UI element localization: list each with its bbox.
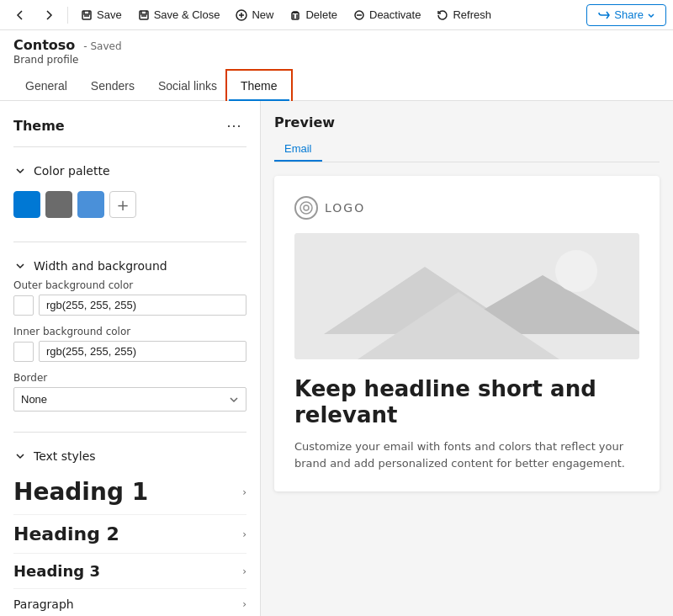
main-content: Theme ⋯ Color palette + Width and backgr…: [0, 101, 673, 616]
svg-point-5: [300, 202, 312, 214]
svg-rect-3: [292, 13, 299, 19]
toolbar: Save Save & Close New Delete Deactivate …: [0, 0, 673, 30]
save-button[interactable]: Save: [73, 5, 129, 25]
color-swatch-light-blue[interactable]: [77, 191, 104, 218]
logo-text: LOGO: [325, 201, 365, 215]
app-name: Contoso: [13, 37, 75, 53]
border-select-wrapper: None Solid Dashed Dotted: [13, 387, 246, 412]
section-divider-2: [13, 242, 246, 242]
tab-senders[interactable]: Senders: [79, 72, 146, 101]
outer-bg-group: Outer background color: [13, 279, 246, 316]
color-palette-section: Color palette +: [0, 146, 260, 238]
color-palette-header[interactable]: Color palette: [13, 157, 246, 184]
save-close-button[interactable]: Save & Close: [130, 5, 227, 25]
more-options-button[interactable]: ⋯: [221, 114, 246, 136]
heading-3-item[interactable]: Heading 3 ›: [13, 554, 246, 589]
color-swatch-gray[interactable]: [45, 191, 72, 218]
color-swatch-blue[interactable]: [13, 191, 40, 218]
paragraph-label: Paragraph: [13, 597, 74, 611]
chevron-right-icon-4: ›: [242, 598, 246, 610]
header: Contoso - Saved Brand profile General Se…: [0, 30, 673, 101]
outer-bg-label: Outer background color: [13, 279, 246, 291]
saved-status: - Saved: [83, 40, 121, 52]
collapse-icon-2: [13, 259, 27, 273]
chevron-right-icon-2: ›: [242, 528, 246, 540]
hero-image: [294, 233, 639, 359]
outer-bg-input[interactable]: [39, 295, 246, 316]
inner-bg-input-row: [13, 341, 246, 362]
email-body-text: Customize your email with fonts and colo…: [294, 438, 639, 471]
inner-bg-color-preview[interactable]: [13, 342, 34, 362]
email-preview: LOGO Keep headline short and relevant Cu…: [274, 176, 660, 491]
hero-svg: [294, 233, 639, 359]
preview-title: Preview: [274, 114, 660, 130]
chevron-right-icon-3: ›: [242, 566, 246, 577]
width-background-section: Width and background Outer background co…: [0, 242, 260, 428]
page-subtitle: Brand profile: [13, 54, 660, 66]
width-background-header[interactable]: Width and background: [13, 252, 246, 279]
heading-1-label: Heading 1: [13, 478, 148, 506]
paragraph-item[interactable]: Paragraph ›: [13, 589, 246, 616]
nav-tabs: General Senders Social links Theme: [13, 72, 660, 100]
logo-icon: [294, 196, 318, 220]
deactivate-button[interactable]: Deactivate: [346, 5, 427, 25]
outer-bg-input-row: [13, 295, 246, 316]
preview-tab-email[interactable]: Email: [274, 137, 322, 162]
tab-general[interactable]: General: [13, 72, 79, 101]
inner-bg-label: Inner background color: [13, 326, 246, 337]
panel-title: Theme: [13, 118, 65, 134]
email-headline: Keep headline short and relevant: [294, 376, 639, 428]
heading-2-label: Heading 2: [13, 523, 119, 544]
camera-icon: [299, 200, 314, 215]
preview-tabs: Email: [274, 137, 660, 162]
text-styles-section: Text styles Heading 1 › Heading 2 › Head…: [0, 432, 260, 616]
inner-bg-input[interactable]: [39, 341, 246, 362]
text-styles-header[interactable]: Text styles: [13, 443, 246, 470]
add-color-button[interactable]: +: [109, 191, 136, 218]
logo-area: LOGO: [294, 196, 639, 220]
color-swatches: +: [13, 184, 246, 231]
delete-button[interactable]: Delete: [282, 5, 344, 25]
left-panel: Theme ⋯ Color palette + Width and backgr…: [0, 101, 261, 616]
section-divider: [13, 146, 246, 147]
new-button[interactable]: New: [228, 5, 280, 25]
outer-bg-color-preview[interactable]: [13, 295, 34, 316]
back-button[interactable]: [7, 5, 34, 25]
refresh-button[interactable]: Refresh: [429, 5, 498, 25]
inner-bg-group: Inner background color: [13, 326, 246, 362]
border-group: Border None Solid Dashed Dotted: [13, 372, 246, 412]
border-label: Border: [13, 372, 246, 384]
right-panel: Preview Email LOGO: [261, 101, 673, 616]
chevron-right-icon: ›: [242, 486, 246, 498]
share-button[interactable]: Share: [586, 4, 666, 26]
section-divider-3: [13, 432, 246, 433]
svg-point-6: [304, 205, 309, 210]
tab-theme[interactable]: Theme: [229, 72, 289, 101]
heading-1-item[interactable]: Heading 1 ›: [13, 470, 246, 515]
divider-1: [67, 7, 68, 24]
collapse-icon-3: [13, 449, 27, 463]
border-select[interactable]: None Solid Dashed Dotted: [13, 387, 246, 412]
collapse-icon: [13, 164, 27, 178]
forward-button[interactable]: [35, 5, 62, 25]
heading-3-label: Heading 3: [13, 562, 100, 580]
svg-point-11: [555, 250, 597, 292]
heading-2-item[interactable]: Heading 2 ›: [13, 515, 246, 554]
tab-social-links[interactable]: Social links: [146, 72, 229, 101]
panel-header: Theme ⋯: [0, 101, 260, 143]
